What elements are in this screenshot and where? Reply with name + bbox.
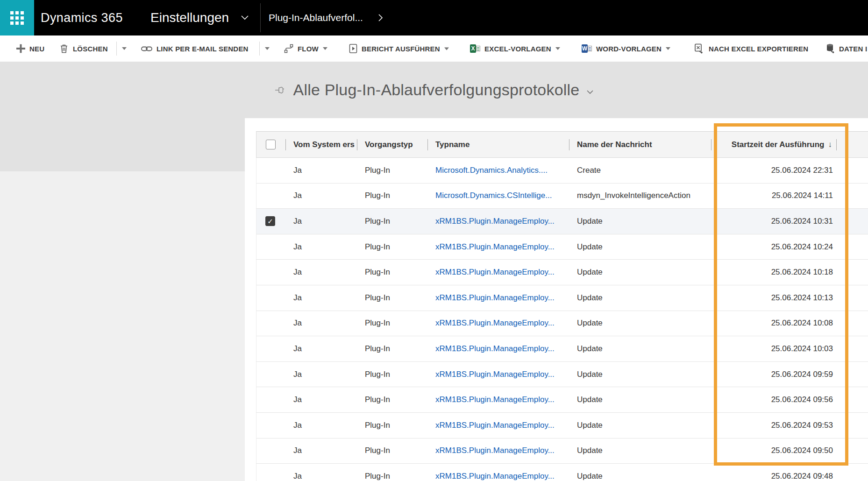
table-row[interactable]: JaPlug-InxRM1BS.Plugin.ManageEmploy...Up… [256, 413, 868, 439]
flow-button[interactable]: FLOW [284, 44, 327, 53]
table-row[interactable]: JaPlug-InxRM1BS.Plugin.ManageEmploy...Up… [256, 260, 868, 285]
cell-startzeit: 25.06.2024 14:11 [711, 191, 837, 200]
delete-button[interactable]: LÖSCHEN [59, 44, 108, 54]
chevron-down-icon [265, 47, 270, 50]
delete-dropdown-button[interactable] [122, 47, 127, 50]
column-header-vorgangstyp[interactable]: Vorgangstyp [357, 132, 428, 157]
cell-typname-link[interactable]: xRM1BS.Plugin.ManageEmploy... [428, 268, 569, 277]
cell-typname-link[interactable]: xRM1BS.Plugin.ManageEmploy... [428, 293, 569, 303]
topbar-divider [260, 3, 261, 32]
cell-startzeit: 25.06.2024 10:08 [711, 318, 837, 328]
table-row[interactable]: JaPlug-InxRM1BS.Plugin.ManageEmploy...Up… [256, 362, 868, 388]
cell-vom-system: Ja [286, 472, 357, 481]
page-title[interactable]: Alle Plug-In-Ablaufverfolgungsprotokolle [293, 81, 580, 99]
left-light-panel [0, 171, 245, 481]
table-row[interactable]: JaPlug-InxRM1BS.Plugin.ManageEmploy...Up… [256, 285, 868, 311]
app-launcher-button[interactable] [0, 0, 34, 35]
cell-typname-link[interactable]: xRM1BS.Plugin.ManageEmploy... [428, 472, 569, 481]
column-header-name-der-nachricht[interactable]: Name der Nachricht [569, 132, 711, 157]
toolbar-separator [259, 42, 260, 56]
row-checkbox-checked[interactable]: ✓ [265, 216, 275, 226]
cell-typname-link[interactable]: xRM1BS.Plugin.ManageEmploy... [428, 421, 569, 430]
cell-vom-system: Ja [286, 242, 357, 252]
waffle-icon [10, 11, 24, 25]
toolbar-separator [116, 42, 117, 56]
table-row[interactable]: JaPlug-InxRM1BS.Plugin.ManageEmploy...Up… [256, 387, 868, 413]
cell-vom-system: Ja [286, 446, 357, 455]
cell-typname-link[interactable]: Microsoft.Dynamics.CSIntellige... [428, 191, 569, 200]
pin-icon[interactable] [275, 85, 286, 95]
row-checkbox-cell[interactable]: ✓ [256, 216, 286, 226]
email-link-dropdown-button[interactable] [265, 47, 270, 50]
excel-templates-button[interactable]: X EXCEL-VORLAGEN [470, 44, 560, 53]
word-templates-button[interactable]: W WORD-VORLAGEN [582, 44, 670, 53]
table-row[interactable]: JaPlug-InxRM1BS.Plugin.ManageEmploy...Up… [256, 464, 868, 481]
cell-typname-link[interactable]: xRM1BS.Plugin.ManageEmploy... [428, 370, 569, 379]
import-data-button[interactable]: DATEN I [825, 43, 867, 54]
cell-vorgangstyp: Plug-In [357, 318, 428, 328]
cell-startzeit: 25.06.2024 10:03 [711, 344, 837, 354]
cell-vorgangstyp: Plug-In [357, 370, 428, 379]
email-link-button[interactable]: LINK PER E-MAIL SENDEN [141, 45, 249, 53]
sort-descending-icon: ↓ [828, 140, 832, 149]
area-switcher-einstellungen[interactable]: Einstellungen [150, 10, 229, 25]
cell-typname-link[interactable]: xRM1BS.Plugin.ManageEmploy... [428, 446, 569, 455]
trash-icon [59, 44, 69, 54]
chevron-right-icon[interactable] [378, 14, 383, 21]
cell-vom-system: Ja [286, 268, 357, 277]
column-header-typname[interactable]: Typname [428, 132, 569, 157]
cell-startzeit: 25.06.2024 10:18 [711, 268, 837, 277]
select-all-checkbox-cell[interactable] [256, 132, 286, 157]
cell-typname-link[interactable]: xRM1BS.Plugin.ManageEmploy... [428, 318, 569, 328]
chevron-down-icon[interactable] [241, 15, 249, 20]
cell-vom-system: Ja [286, 344, 357, 354]
run-report-button-label: BERICHT AUSFÜHREN [362, 45, 440, 53]
cell-vorgangstyp: Plug-In [357, 242, 428, 252]
export-to-excel-button[interactable]: NACH EXCEL EXPORTIEREN [694, 43, 808, 54]
view-selector-chevron-icon[interactable] [587, 90, 593, 94]
top-navigation-bar: Dynamics 365 Einstellungen Plug-In-Ablau… [0, 0, 868, 35]
new-button[interactable]: NEU [16, 44, 44, 53]
column-header-vom-system[interactable]: Vom System ers [286, 132, 357, 157]
excel-export-icon [694, 43, 704, 54]
cell-nachricht: Update [569, 421, 711, 430]
product-title: Dynamics 365 [41, 11, 123, 25]
table-row[interactable]: ✓JaPlug-InxRM1BS.Plugin.ManageEmploy...U… [256, 209, 868, 234]
chevron-down-icon [323, 47, 327, 50]
cell-typname-link[interactable]: Microsoft.Dynamics.Analytics.... [428, 166, 569, 175]
table-row[interactable]: JaPlug-InxRM1BS.Plugin.ManageEmploy...Up… [256, 234, 868, 260]
word-templates-button-label: WORD-VORLAGEN [596, 45, 662, 53]
table-row[interactable]: JaPlug-InMicrosoft.Dynamics.Analytics...… [256, 158, 868, 184]
table-row[interactable]: JaPlug-InxRM1BS.Plugin.ManageEmploy...Up… [256, 336, 868, 362]
cell-vom-system: Ja [286, 191, 357, 200]
cell-typname-link[interactable]: xRM1BS.Plugin.ManageEmploy... [428, 344, 569, 354]
cell-startzeit: 25.06.2024 09:53 [711, 421, 837, 430]
cell-startzeit: 25.06.2024 09:59 [711, 370, 837, 379]
grid-header-row: Vom System ers Vorgangstyp Typname Name … [256, 131, 868, 158]
cell-nachricht: Update [569, 446, 711, 455]
breadcrumb[interactable]: Plug-In-Ablaufverfol... [269, 12, 363, 23]
cell-vom-system: Ja [286, 421, 357, 430]
cell-nachricht: Update [569, 242, 711, 252]
run-report-button[interactable]: BERICHT AUSFÜHREN [349, 44, 449, 54]
cell-nachricht: Update [569, 318, 711, 328]
cell-typname-link[interactable]: xRM1BS.Plugin.ManageEmploy... [428, 395, 569, 404]
cell-vorgangstyp: Plug-In [357, 217, 428, 226]
column-header-startzeit[interactable]: Startzeit der Ausführung ↓ [711, 132, 837, 157]
table-row[interactable]: JaPlug-InMicrosoft.Dynamics.CSIntellige.… [256, 184, 868, 209]
database-icon [825, 43, 835, 54]
select-all-checkbox[interactable] [266, 140, 276, 149]
cell-typname-link[interactable]: xRM1BS.Plugin.ManageEmploy... [428, 217, 569, 226]
table-row[interactable]: JaPlug-InxRM1BS.Plugin.ManageEmploy...Up… [256, 439, 868, 464]
cell-typname-link[interactable]: xRM1BS.Plugin.ManageEmploy... [428, 242, 569, 252]
cell-vom-system: Ja [286, 293, 357, 303]
cell-vom-system: Ja [286, 395, 357, 404]
table-row[interactable]: JaPlug-InxRM1BS.Plugin.ManageEmploy...Up… [256, 311, 868, 337]
chevron-down-icon [444, 47, 449, 50]
cell-startzeit: 25.06.2024 22:31 [711, 166, 837, 175]
cell-nachricht: Update [569, 293, 711, 303]
cell-vorgangstyp: Plug-In [357, 166, 428, 175]
cell-vom-system: Ja [286, 166, 357, 175]
cell-vom-system: Ja [286, 318, 357, 328]
chevron-down-icon [666, 47, 670, 50]
